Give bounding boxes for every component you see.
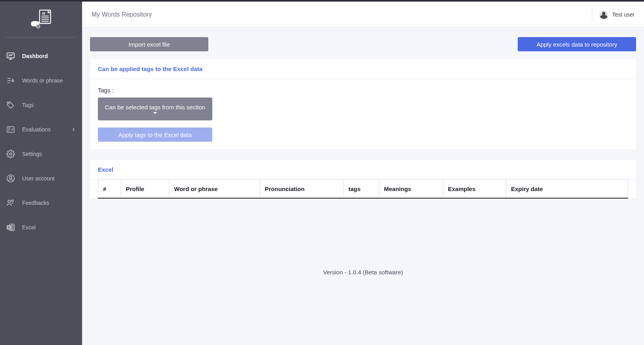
sidebar: W — [0, 2, 82, 345]
svg-point-27 — [9, 176, 12, 178]
user-icon — [6, 174, 15, 183]
user-menu[interactable]: Test user — [599, 10, 635, 19]
tags-card-title: Can be applied tags to the Excel data — [90, 59, 636, 79]
svg-point-20 — [9, 103, 9, 104]
chevron-right-icon — [71, 127, 76, 132]
excel-icon — [6, 223, 15, 232]
avatar-icon — [599, 10, 608, 19]
excel-card: Excel # Profile Word or phrase Pronuncia… — [90, 160, 636, 199]
tags-card: Can be applied tags to the Excel data Ta… — [90, 59, 636, 150]
import-excel-button[interactable]: Import excel file — [90, 37, 208, 51]
user-name: Test user — [612, 11, 635, 18]
sidebar-nav: Dashbord Words or phrase — [0, 38, 82, 240]
apply-to-repository-button[interactable]: Apply excels data to repository — [518, 37, 636, 51]
col-index: # — [98, 180, 121, 199]
dashboard-icon — [6, 52, 15, 60]
svg-text:W: W — [42, 11, 45, 15]
col-tags: tags — [344, 180, 379, 199]
feedback-icon — [6, 199, 15, 207]
sidebar-item-words[interactable]: Words or phrase — [0, 68, 82, 93]
sidebar-item-label: Words or phrase — [22, 77, 63, 84]
sidebar-item-label: Evaluations — [22, 126, 51, 133]
col-expiry: Expiry date — [506, 180, 628, 199]
svg-point-25 — [9, 153, 12, 155]
sidebar-item-dashboard[interactable]: Dashbord — [0, 44, 82, 68]
sidebar-item-label: Feedbacks — [22, 200, 49, 206]
svg-point-9 — [37, 26, 38, 27]
sidebar-item-excel[interactable]: Excel — [0, 215, 82, 240]
apply-tags-button[interactable]: Apply tags to the Excel data — [98, 128, 212, 142]
col-meanings: Meanings — [379, 180, 443, 199]
tags-dropdown[interactable]: Can be selected tags from this section — [98, 98, 212, 120]
sidebar-item-label: Dashbord — [22, 53, 48, 59]
svg-point-29 — [11, 200, 13, 202]
col-examples: Examples — [443, 180, 506, 199]
excel-card-title: Excel — [90, 160, 636, 180]
svg-point-28 — [8, 200, 10, 202]
app-logo-icon: W — [30, 9, 52, 30]
sidebar-item-label: User account — [22, 175, 54, 182]
sidebar-item-label: Tags — [22, 102, 34, 108]
col-word: Word or phrase — [169, 180, 260, 199]
sidebar-item-settings[interactable]: Settings — [0, 142, 82, 166]
sidebar-item-label: Settings — [22, 151, 42, 157]
tags-dropdown-placeholder: Can be selected tags from this section — [105, 104, 205, 111]
col-pronunciation: Pronunciation — [260, 180, 344, 199]
sidebar-item-label: Excel — [22, 224, 36, 231]
sidebar-item-feedbacks[interactable]: Feedbacks — [0, 191, 82, 215]
caret-down-icon — [153, 112, 157, 114]
page-title: My Words Repository — [92, 11, 152, 18]
sidebar-item-tags[interactable]: Tags — [0, 93, 82, 117]
topbar-separator — [592, 8, 592, 22]
topbar: My Words Repository Test user — [82, 2, 644, 28]
evaluations-icon — [6, 125, 15, 134]
tags-label: Tags : — [98, 87, 628, 94]
app-logo: W — [0, 2, 82, 37]
footer-version: Version - 1.0.4 (Beta software) — [90, 262, 636, 286]
sidebar-item-evaluations[interactable]: Evaluations — [0, 117, 82, 142]
sidebar-item-user-account[interactable]: User account — [0, 166, 82, 191]
words-icon — [6, 76, 15, 85]
excel-table: # Profile Word or phrase Pronunciation t… — [98, 180, 628, 199]
gear-icon — [6, 150, 15, 158]
tag-icon — [6, 101, 15, 109]
col-profile: Profile — [121, 180, 169, 199]
